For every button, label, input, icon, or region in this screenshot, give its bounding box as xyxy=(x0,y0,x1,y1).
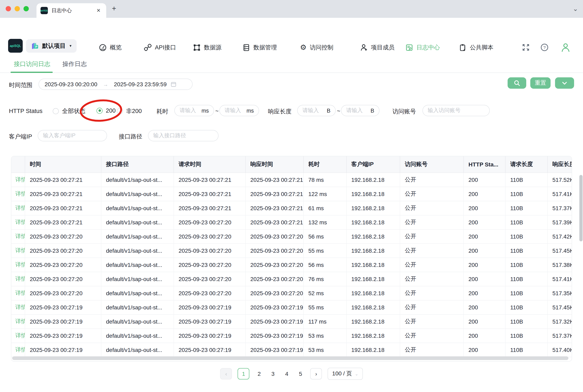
nav-item-datasource[interactable]: 数据源 xyxy=(193,36,221,59)
detail-link[interactable]: 详情 xyxy=(11,229,25,244)
detail-link[interactable]: 详情 xyxy=(11,215,25,229)
search-button[interactable] xyxy=(508,77,526,89)
cell-response_length: 517.45K xyxy=(547,244,572,258)
cell-account: 公开 xyxy=(400,229,463,244)
cell-duration: 78 ms xyxy=(303,172,346,187)
detail-link[interactable]: 详情 xyxy=(11,342,25,357)
cell-response_length: 517.40K xyxy=(547,342,572,357)
reset-button[interactable]: 重置 xyxy=(530,77,550,89)
tab-close-icon[interactable]: ✕ xyxy=(95,7,102,14)
detail-link[interactable]: 详情 xyxy=(11,328,25,342)
database-icon xyxy=(242,44,250,51)
cell-response_length: 517.39K xyxy=(547,215,572,229)
cell-time: 2025-09-23 00:27:20 xyxy=(25,272,101,286)
detail-link[interactable]: 详情 xyxy=(11,258,25,272)
nav-item-scripts[interactable]: 公共脚本 xyxy=(459,36,493,59)
tab-operation-log[interactable]: 操作日志 xyxy=(63,60,87,68)
chevron-down-icon xyxy=(561,80,567,86)
nav-item-log-center[interactable]: 日志中心 xyxy=(405,36,440,59)
response-length-min-input[interactable]: 请输入 B xyxy=(297,105,336,116)
cell-account: 公开 xyxy=(400,258,463,272)
nav-item-access-control[interactable]: ⚙ 访问控制 xyxy=(300,36,333,59)
col-header-client-ip: 客户端IP xyxy=(346,156,400,172)
tab-title: 日志中心 xyxy=(52,7,95,14)
table-row: 详情2025-09-23 00:27:21default/v1/sap-out-… xyxy=(11,201,572,215)
traffic-zoom-button[interactable] xyxy=(24,6,29,11)
page-size-select[interactable]: 100 / 页 ⌄ xyxy=(328,368,363,380)
cell-duration: 132 ms xyxy=(303,215,346,229)
col-header-path: 接口路径 xyxy=(101,156,173,172)
next-page-button[interactable]: › xyxy=(310,368,322,380)
radio-circle[interactable] xyxy=(117,108,123,114)
cell-request_time: 2025-09-23 00:27:19 xyxy=(173,314,245,328)
detail-link[interactable]: 详情 xyxy=(11,300,25,314)
date-range-input[interactable]: 2025-09-23 00:20:00 → 2025-09-23 23:59:5… xyxy=(39,78,193,90)
table-row: 详情2025-09-23 00:27:21default/v1/sap-out-… xyxy=(11,187,572,201)
nav-item-members[interactable]: 项目成员 xyxy=(360,36,395,59)
nav-item-api[interactable]: API接口 xyxy=(144,36,176,59)
collapse-button[interactable] xyxy=(555,77,574,89)
cell-duration: 55 ms xyxy=(303,300,346,314)
cell-request_time: 2025-09-23 00:27:20 xyxy=(173,258,245,272)
client-ip-input[interactable]: 输入客户端IP xyxy=(38,130,107,141)
project-selector[interactable]: P 默认项目 ▼ xyxy=(26,39,77,53)
cell-http_status: 200 xyxy=(463,215,505,229)
browser-tab[interactable]: apiSQL 日志中心 ✕ xyxy=(37,3,106,18)
cell-path: default/v1/sap-out-st... xyxy=(101,187,173,201)
nav-item-overview[interactable]: 概览 xyxy=(99,36,122,59)
nav-item-datamgmt[interactable]: 数据管理 xyxy=(242,36,277,59)
radio-not-200[interactable]: 非200 xyxy=(117,107,142,115)
cell-path: default/v1/sap-out-st... xyxy=(101,215,173,229)
prev-page-button[interactable]: ‹ xyxy=(220,368,232,380)
detail-link[interactable]: 详情 xyxy=(11,272,25,286)
radio-all-status[interactable]: 全部状态 xyxy=(53,107,86,115)
cell-time: 2025-09-23 00:27:19 xyxy=(25,328,101,342)
duration-min-input[interactable]: 请输入 ms xyxy=(174,105,214,116)
detail-link[interactable]: 详情 xyxy=(11,244,25,258)
log-table: 时间 接口路径 请求时间 响应时间 耗时 客户端IP 访问账号 HTTP Sta… xyxy=(11,156,572,357)
user-button[interactable] xyxy=(560,36,571,59)
detail-link[interactable]: 详情 xyxy=(11,187,25,201)
date-end-value[interactable]: 2025-09-23 23:59:59 xyxy=(114,81,167,88)
cell-response_time: 2025-09-23 00:27:20 xyxy=(245,244,303,258)
detail-link[interactable]: 详情 xyxy=(11,201,25,215)
account-input[interactable]: 输入访问账号 xyxy=(422,105,490,116)
fullscreen-button[interactable] xyxy=(522,36,529,59)
response-length-max-input[interactable]: 请输入 B xyxy=(341,105,380,116)
table-row: 详情2025-09-23 00:27:20default/v1/sap-out-… xyxy=(11,286,572,300)
detail-link[interactable]: 详情 xyxy=(11,172,25,187)
col-header-time: 时间 xyxy=(25,156,101,172)
date-start-value[interactable]: 2025-09-23 00:20:00 xyxy=(45,81,97,88)
cell-request_length: 110B xyxy=(505,342,547,357)
traffic-minimize-button[interactable] xyxy=(15,6,20,11)
page-button-4[interactable]: 4 xyxy=(283,370,291,377)
radio-200[interactable]: 200 xyxy=(97,107,116,114)
page-button-1[interactable]: 1 xyxy=(238,368,249,380)
vertical-scrollbar[interactable] xyxy=(579,175,582,241)
help-button[interactable]: ? xyxy=(540,36,548,59)
traffic-close-button[interactable] xyxy=(6,6,11,11)
horizontal-scrollbar[interactable] xyxy=(12,356,568,360)
new-tab-button[interactable]: + xyxy=(112,4,116,13)
cell-account: 公开 xyxy=(400,328,463,342)
cell-response_length: 517.38K xyxy=(547,258,572,272)
app-logo: apiSQL xyxy=(8,39,23,53)
radio-circle[interactable] xyxy=(53,108,59,114)
page-button-3[interactable]: 3 xyxy=(269,370,277,377)
page-button-5[interactable]: 5 xyxy=(297,370,305,377)
tab-access-log[interactable]: 接口访问日志 xyxy=(14,60,50,68)
nav-label: 项目成员 xyxy=(371,44,395,51)
cell-duration: 56 ms xyxy=(303,229,346,244)
tab-search-chevron-icon[interactable]: ⌄ xyxy=(573,5,578,12)
api-path-input[interactable]: 输入接口路径 xyxy=(148,130,218,141)
detail-link[interactable]: 详情 xyxy=(11,314,25,328)
duration-max-input[interactable]: 请输入 ms xyxy=(219,105,259,116)
screenshot: apiSQL 日志中心 ✕ + ⌄ ← → ⚠ 不安全 192.168.2.18… xyxy=(0,0,583,392)
cell-request_length: 110B xyxy=(505,244,547,258)
nav-label: API接口 xyxy=(155,44,176,51)
cell-http_status: 200 xyxy=(463,258,505,272)
page-button-2[interactable]: 2 xyxy=(255,370,263,377)
radio-circle-selected[interactable] xyxy=(97,108,103,114)
detail-link[interactable]: 详情 xyxy=(11,286,25,300)
cell-account: 公开 xyxy=(400,215,463,229)
